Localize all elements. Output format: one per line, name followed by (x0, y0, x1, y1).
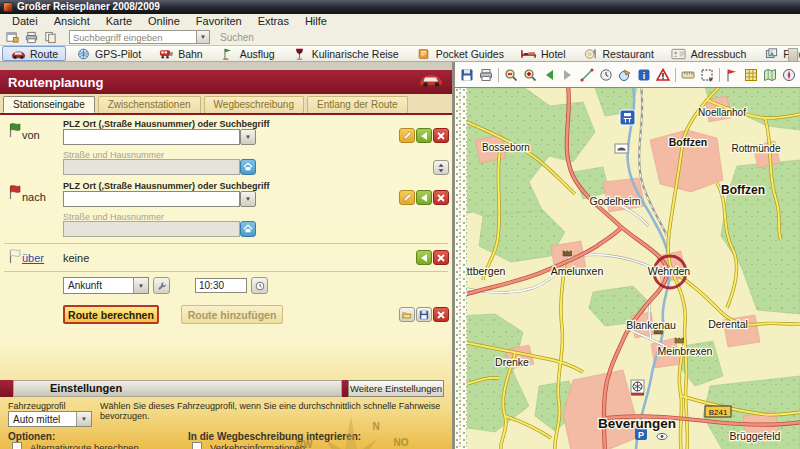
zoom-in-icon[interactable] (521, 65, 539, 84)
info-icon[interactable]: i (635, 65, 653, 84)
menu-item-karte[interactable]: Karte (98, 14, 140, 29)
settings-header-bar: Einstellungen Weitere Einstellungen (0, 380, 452, 397)
station-form: von PLZ Ort (,Straße Hausnummer) oder Su… (0, 115, 452, 449)
save-route-button[interactable] (416, 307, 432, 322)
toolbar-button-pocket-guides[interactable]: Pocket Guides (408, 46, 512, 61)
option-row-verkehrsinformationen: Verkehrsinformationen (192, 442, 305, 449)
from-dropdown-icon[interactable]: ▼ (240, 129, 256, 145)
compass-point-label: N (372, 421, 379, 432)
menu-item-favoriten[interactable]: Favoriten (188, 14, 250, 29)
measure-line-icon[interactable] (578, 65, 596, 84)
sight-sign-icon (631, 380, 644, 396)
clock-icon[interactable] (251, 277, 268, 294)
toolbar-button-gps-pilot[interactable]: GPS-Pilot (67, 46, 149, 61)
print-icon[interactable] (23, 30, 39, 45)
from-label: von (22, 129, 40, 141)
toolbar-button-bahn[interactable]: Bahn (150, 46, 211, 61)
from-home-button[interactable] (240, 159, 256, 175)
new-window-icon[interactable] (4, 30, 20, 45)
to-pick-button[interactable] (416, 190, 432, 205)
vehicle-profile-hint: Wählen Sie dieses Fahrzeugprofil, wenn S… (100, 401, 448, 421)
to-input[interactable] (63, 191, 240, 207)
window-title: Großer Reiseplaner 2008/2009 (17, 1, 160, 13)
nav-forward-icon[interactable] (559, 65, 577, 84)
menu-item-datei[interactable]: Datei (4, 14, 46, 29)
checkbox[interactable] (192, 442, 202, 449)
copy-icon[interactable] (42, 30, 58, 45)
map-label: Rottmünde (732, 143, 781, 154)
add-route-button[interactable]: Route hinzufügen (181, 305, 283, 324)
map-label: Boffzen (669, 136, 708, 148)
from-pick-button[interactable] (416, 128, 432, 143)
to-edit-button[interactable] (399, 190, 415, 205)
via-link[interactable]: über (22, 252, 44, 264)
reorder-stations-button[interactable] (433, 160, 449, 175)
toolbar-button-route[interactable]: Route (2, 46, 66, 61)
time-mode-value: Ankunft (64, 280, 133, 291)
toolbar-grip[interactable] (788, 48, 798, 62)
checkbox[interactable] (12, 442, 22, 449)
vehicle-profile-select[interactable]: Auto mittel▼ (8, 411, 92, 427)
compass-icon[interactable] (780, 65, 798, 84)
map-section-icon[interactable] (761, 65, 779, 84)
destination-flag-icon (8, 184, 22, 200)
more-settings-button[interactable]: Weitere Einstellungen (348, 380, 444, 397)
menu-item-hilfe[interactable]: Hilfe (297, 14, 335, 29)
tab-entlang-der-route[interactable]: Entlang der Route (307, 96, 408, 113)
via-pick-button[interactable] (416, 250, 432, 265)
menu-item-extras[interactable]: Extras (250, 14, 297, 29)
tab-label: Entlang der Route (317, 99, 398, 110)
time-options-button[interactable] (153, 277, 170, 294)
traffic-warning-icon[interactable] (654, 65, 672, 84)
map-label: Blankenau (626, 319, 676, 331)
zoom-out-icon[interactable] (502, 65, 520, 84)
trip-flag-icon (220, 47, 236, 60)
toolbar-button-ausflug[interactable]: Ausflug (212, 46, 283, 61)
clear-route-button[interactable] (433, 307, 449, 322)
via-flag-icon (8, 248, 22, 264)
from-edit-button[interactable] (399, 128, 415, 143)
panel-tabs: StationseingabeZwischenstationenWegbesch… (0, 94, 452, 115)
map-label: Drenke (495, 356, 529, 368)
to-home-button[interactable] (240, 221, 256, 237)
from-input[interactable] (63, 129, 240, 145)
save-icon[interactable] (458, 65, 476, 84)
search-dropdown-arrow-icon[interactable]: ▼ (197, 30, 210, 44)
tab-wegbeschreibung[interactable]: Wegbeschreibung (204, 96, 304, 113)
menu-item-online[interactable]: Online (140, 14, 188, 29)
toolbar-button-kulinarische-reise[interactable]: Kulinarische Reise (284, 46, 407, 61)
ruler-icon[interactable] (679, 65, 697, 84)
select-icon[interactable] (698, 65, 716, 84)
main-toolbar: Route GPS-Pilot Bahn Ausflug Kulinarisch… (0, 46, 800, 62)
toolbar-button-hotel[interactable]: Hotel (513, 46, 574, 61)
toolbar-button-adressbuch[interactable]: Adressbuch (663, 46, 754, 61)
time-input[interactable] (195, 278, 247, 293)
via-delete-button[interactable] (433, 250, 449, 265)
calculate-route-button[interactable]: Route berechnen (63, 305, 159, 324)
toolbar-separator (675, 68, 676, 82)
to-delete-button[interactable] (433, 190, 449, 205)
tab-stationseingabe[interactable]: Stationseingabe (3, 96, 95, 113)
send-icon[interactable] (616, 65, 634, 84)
grid-icon[interactable] (742, 65, 760, 84)
menu-item-label: Favoriten (196, 15, 242, 27)
map-label: Noellanhof (698, 107, 746, 118)
print-icon[interactable] (477, 65, 495, 84)
train-icon (158, 47, 174, 60)
map-view[interactable]: P B241 NoellanhofBossebornBoffzenRottmün… (455, 88, 800, 449)
time-mode-select[interactable]: Ankunft▼ (63, 277, 149, 294)
search-input[interactable] (69, 30, 197, 44)
tab-zwischenstationen[interactable]: Zwischenstationen (98, 96, 201, 113)
toolbar-button-label: Hotel (541, 48, 566, 60)
time-icon[interactable] (597, 65, 615, 84)
toolbar-button-restaurant[interactable]: Restaurant (574, 46, 661, 61)
flag-icon[interactable] (723, 65, 741, 84)
to-dropdown-icon[interactable]: ▼ (240, 191, 256, 207)
open-route-button[interactable] (399, 307, 415, 322)
menu-item-ansicht[interactable]: Ansicht (46, 14, 98, 29)
panel-header: Routenplanung (0, 70, 452, 94)
nav-back-icon[interactable] (540, 65, 558, 84)
menu-item-label: Datei (12, 15, 38, 27)
from-delete-button[interactable] (433, 128, 449, 143)
search-button[interactable]: Suchen (220, 32, 254, 43)
